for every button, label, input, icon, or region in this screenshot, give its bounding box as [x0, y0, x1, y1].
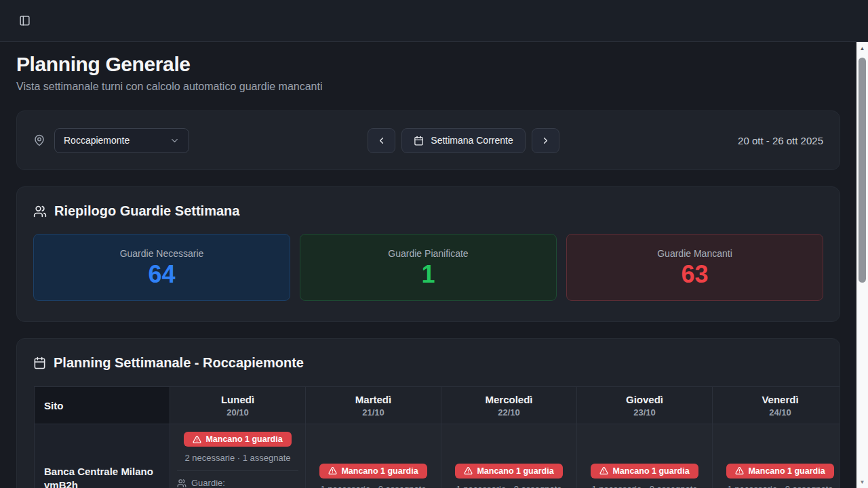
- planning-title: Planning Settimanale - Roccapiemonte: [54, 355, 304, 371]
- guards-count-detail: 1 necessarie · 0 assegnate: [456, 484, 561, 488]
- page-title: Planning Generale: [16, 53, 840, 76]
- page-subtitle: Vista settimanale turni con calcolo auto…: [16, 81, 840, 93]
- table-row: Banca Centrale Milano vmB2h_ Mancano 1 g…: [35, 424, 840, 488]
- guards-count-detail: 1 necessarie · 0 assegnate: [727, 484, 833, 488]
- topbar: [0, 0, 868, 42]
- shift-cell-martedi: Mancano 1 guardia 1 necessarie · 0 asseg…: [306, 424, 441, 488]
- missing-guards-badge: Mancano 1 guardia: [591, 464, 698, 479]
- site-name: Banca Centrale Milano vmB2h_: [35, 424, 170, 488]
- planning-card: Planning Settimanale - Roccapiemonte Sit…: [16, 338, 840, 488]
- shift-cell-mercoledi: Mancano 1 guardia 1 necessarie · 0 asseg…: [441, 424, 577, 488]
- stat-label: Guardie Necessarie: [120, 248, 204, 259]
- stat-label: Guardie Pianificate: [388, 248, 468, 259]
- guards-label: Guardie:: [191, 478, 225, 488]
- planning-table: Sito Lunedì 20/10 Martedì 21/10 Mercoled…: [34, 386, 840, 488]
- warning-triangle-icon: [735, 466, 744, 475]
- map-pin-icon: [33, 134, 45, 146]
- shift-cell-lunedi: Mancano 1 guardia 2 necessarie · 1 asseg…: [170, 424, 306, 488]
- users-icon: [33, 205, 47, 218]
- next-week-button[interactable]: [532, 128, 559, 153]
- summary-stats: Guardie Necessarie 64 Guardie Pianificat…: [33, 234, 823, 301]
- scrollbar-thumb[interactable]: [859, 58, 866, 283]
- summary-card: Riepilogo Guardie Settimana Guardie Nece…: [16, 186, 840, 322]
- missing-guards-badge: Mancano 1 guardia: [184, 432, 291, 447]
- warning-triangle-icon: [193, 435, 201, 444]
- column-header-martedi: Martedì 21/10: [306, 387, 441, 424]
- stat-value: 1: [421, 262, 435, 287]
- stat-value: 64: [148, 262, 175, 287]
- users-icon: [177, 479, 186, 488]
- chevron-right-icon: [540, 136, 551, 146]
- column-header-mercoledi: Mercoledì 22/10: [441, 387, 577, 424]
- stat-guardie-pianificate: Guardie Pianificate 1: [300, 234, 557, 301]
- column-header-venerdi: Venerdì 24/10: [713, 387, 840, 424]
- location-select[interactable]: Roccapiemonte: [54, 128, 189, 153]
- shift-cell-giovedi: Mancano 1 guardia 1 necessarie · 0 asseg…: [577, 424, 713, 488]
- guards-count-detail: 1 necessarie · 0 assegnate: [320, 484, 426, 488]
- week-nav-group: Settimana Corrente: [368, 128, 559, 153]
- summary-title: Riepilogo Guardie Settimana: [54, 203, 239, 219]
- column-header-sito: Sito: [35, 387, 170, 424]
- warning-triangle-icon: [464, 466, 473, 475]
- stat-guardie-mancanti: Guardie Mancanti 63: [566, 234, 823, 301]
- scrollbar-down-arrow[interactable]: ▼: [856, 476, 868, 488]
- missing-guards-badge: Mancano 1 guardia: [455, 464, 562, 479]
- main-content: Planning Generale Vista settimanale turn…: [0, 42, 856, 488]
- missing-guards-badge: Mancano 1 guardia: [319, 464, 427, 479]
- guards-count-detail: 1 necessarie · 0 assegnate: [591, 484, 697, 488]
- stat-label: Guardie Mancanti: [657, 248, 732, 259]
- missing-guards-badge: Mancano 1 guardia: [726, 464, 833, 479]
- shift-cell-venerdi: Mancano 1 guardia 1 necessarie · 0 asseg…: [713, 424, 840, 488]
- warning-triangle-icon: [599, 466, 608, 475]
- calendar-icon: [414, 136, 424, 146]
- current-week-label: Settimana Corrente: [431, 135, 513, 146]
- guards-count-detail: 2 necessarie · 1 assegnate: [177, 453, 298, 463]
- week-date-range: 20 ott - 26 ott 2025: [738, 135, 823, 146]
- column-header-giovedi: Giovedì 23/10: [577, 387, 713, 424]
- location-group: Roccapiemonte: [33, 128, 189, 153]
- scrollbar-up-arrow[interactable]: ▲: [856, 42, 868, 54]
- cell-divider: [177, 470, 298, 471]
- current-week-button[interactable]: Settimana Corrente: [401, 128, 525, 153]
- panel-left-icon: [19, 15, 31, 26]
- calendar-icon: [33, 357, 46, 369]
- chevron-left-icon: [376, 136, 387, 146]
- planning-table-wrap: Sito Lunedì 20/10 Martedì 21/10 Mercoled…: [34, 386, 840, 488]
- stat-value: 63: [681, 262, 708, 287]
- previous-week-button[interactable]: [368, 128, 395, 153]
- toolbar-card: Roccapiemonte Settimana Corrente: [16, 110, 840, 170]
- vertical-scrollbar[interactable]: ▲ ▼: [856, 42, 868, 488]
- chevron-down-icon: [170, 136, 180, 146]
- column-header-lunedi: Lunedì 20/10: [170, 387, 306, 424]
- location-select-value: Roccapiemonte: [64, 135, 130, 146]
- warning-triangle-icon: [328, 466, 337, 475]
- stat-guardie-necessarie: Guardie Necessarie 64: [33, 234, 290, 301]
- sidebar-toggle-button[interactable]: [15, 12, 34, 30]
